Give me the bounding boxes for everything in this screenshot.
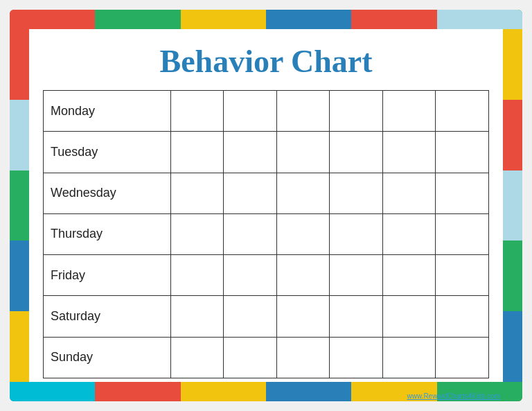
- check-cell[interactable]: [382, 91, 436, 132]
- page-wrapper: Behavior Chart MondayTuesdayWednesdayThu…: [10, 10, 522, 401]
- check-cell[interactable]: [170, 91, 224, 132]
- check-cell[interactable]: [224, 91, 277, 132]
- check-cell[interactable]: [382, 296, 436, 337]
- border-top: [10, 10, 522, 29]
- check-cell[interactable]: [276, 255, 330, 296]
- bottom-strip-2: [95, 382, 180, 401]
- left-strip-4: [10, 241, 29, 311]
- check-cell[interactable]: [330, 91, 383, 132]
- day-label: Wednesday: [44, 173, 171, 213]
- left-strip-1: [10, 29, 29, 100]
- check-cell[interactable]: [276, 132, 330, 173]
- table-row: Monday: [44, 91, 489, 132]
- check-cell[interactable]: [224, 132, 277, 173]
- check-cell[interactable]: [170, 296, 224, 337]
- watermark: www.RewardCharts4Kids.com: [407, 392, 501, 400]
- right-strip-4: [503, 241, 522, 311]
- check-cell[interactable]: [276, 337, 330, 378]
- bottom-strip-3: [181, 382, 266, 401]
- top-strip-5: [351, 10, 436, 29]
- check-cell[interactable]: [436, 91, 489, 132]
- check-cell[interactable]: [330, 213, 383, 254]
- check-cell[interactable]: [382, 337, 436, 378]
- top-strip-6: [437, 10, 522, 29]
- check-cell[interactable]: [224, 337, 277, 378]
- day-label: Thursday: [44, 213, 171, 254]
- right-strip-1: [503, 29, 522, 100]
- top-strip-1: [10, 10, 95, 29]
- content-area: Behavior Chart MondayTuesdayWednesdayThu…: [29, 29, 503, 382]
- check-cell[interactable]: [276, 91, 330, 132]
- behavior-table: MondayTuesdayWednesdayThursdayFridaySatu…: [43, 90, 489, 378]
- check-cell[interactable]: [170, 173, 224, 213]
- check-cell[interactable]: [224, 213, 277, 254]
- check-cell[interactable]: [276, 213, 330, 254]
- check-cell[interactable]: [170, 213, 224, 254]
- check-cell[interactable]: [382, 173, 436, 213]
- check-cell[interactable]: [436, 337, 489, 378]
- top-strip-2: [95, 10, 180, 29]
- check-cell[interactable]: [170, 132, 224, 173]
- table-row: Tuesday: [44, 132, 489, 173]
- check-cell[interactable]: [224, 173, 277, 213]
- left-strip-5: [10, 311, 29, 382]
- left-strip-2: [10, 100, 29, 170]
- check-cell[interactable]: [170, 337, 224, 378]
- check-cell[interactable]: [436, 213, 489, 254]
- day-label: Saturday: [44, 296, 171, 337]
- chart-title: Behavior Chart: [159, 43, 372, 80]
- check-cell[interactable]: [330, 173, 383, 213]
- border-right: [503, 29, 522, 382]
- check-cell[interactable]: [382, 213, 436, 254]
- day-label: Monday: [44, 91, 171, 132]
- top-strip-4: [266, 10, 351, 29]
- check-cell[interactable]: [330, 296, 383, 337]
- check-cell[interactable]: [276, 173, 330, 213]
- left-strip-3: [10, 170, 29, 241]
- right-strip-5: [503, 311, 522, 382]
- table-row: Sunday: [44, 337, 489, 378]
- check-cell[interactable]: [224, 255, 277, 296]
- check-cell[interactable]: [276, 296, 330, 337]
- check-cell[interactable]: [436, 132, 489, 173]
- check-cell[interactable]: [436, 173, 489, 213]
- check-cell[interactable]: [330, 132, 383, 173]
- day-label: Friday: [44, 255, 171, 296]
- bottom-strip-4: [266, 382, 351, 401]
- bottom-strip-1: [10, 382, 95, 401]
- check-cell[interactable]: [436, 255, 489, 296]
- check-cell[interactable]: [330, 255, 383, 296]
- check-cell[interactable]: [330, 337, 383, 378]
- right-strip-2: [503, 100, 522, 170]
- check-cell[interactable]: [382, 132, 436, 173]
- table-row: Thursday: [44, 213, 489, 254]
- table-row: Saturday: [44, 296, 489, 337]
- check-cell[interactable]: [224, 296, 277, 337]
- border-left: [10, 29, 29, 382]
- day-label: Tuesday: [44, 132, 171, 173]
- table-row: Wednesday: [44, 173, 489, 213]
- day-label: Sunday: [44, 337, 171, 378]
- right-strip-3: [503, 170, 522, 241]
- check-cell[interactable]: [382, 255, 436, 296]
- check-cell[interactable]: [436, 296, 489, 337]
- top-strip-3: [181, 10, 266, 29]
- check-cell[interactable]: [170, 255, 224, 296]
- table-row: Friday: [44, 255, 489, 296]
